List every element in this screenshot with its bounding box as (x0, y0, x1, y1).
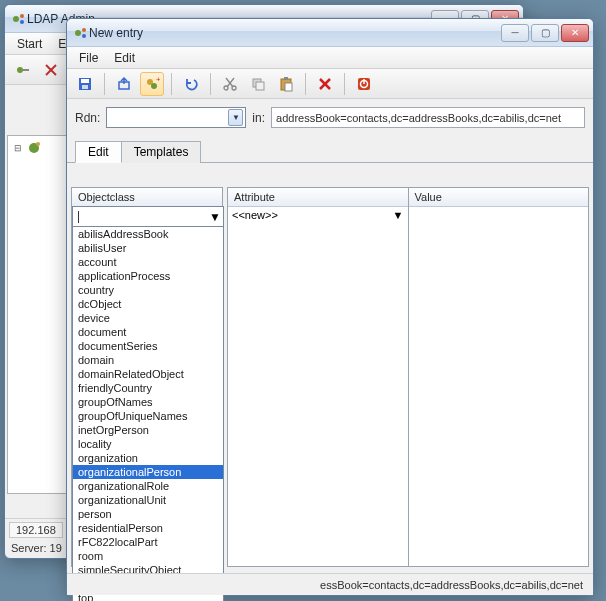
separator (104, 73, 105, 95)
objectclass-option[interactable]: friendlyCountry (73, 381, 223, 395)
objectclass-option[interactable]: inetOrgPerson (73, 423, 223, 437)
objectclass-dropdown[interactable]: abilisAddressBookabilisUseraccountapplic… (73, 227, 223, 601)
svg-point-1 (20, 14, 24, 18)
status-ip: 192.168 (9, 522, 63, 538)
minimize-button[interactable]: ─ (501, 24, 529, 42)
separator (305, 73, 306, 95)
tab-edit[interactable]: Edit (75, 141, 122, 163)
dialog-title: New entry (89, 26, 501, 40)
svg-rect-4 (23, 69, 29, 71)
expand-icon[interactable]: ⊟ (14, 143, 22, 153)
objectclass-option[interactable]: person (73, 507, 223, 521)
cut-button[interactable] (218, 72, 242, 96)
objectclass-option[interactable]: applicationProcess (73, 269, 223, 283)
separator (210, 73, 211, 95)
server-icon (26, 140, 42, 156)
disconnect-button[interactable] (39, 58, 63, 82)
objectclass-combo[interactable]: ▼ abilisAddressBookabilisUseraccountappl… (72, 206, 224, 601)
rdn-combo[interactable]: ▼ (106, 107, 246, 128)
stop-button[interactable] (352, 72, 376, 96)
undo-button[interactable] (179, 72, 203, 96)
dropdown-arrow-icon[interactable]: ▼ (209, 210, 221, 224)
menu-edit[interactable]: Edit (106, 49, 143, 67)
svg-point-11 (82, 34, 86, 38)
objectclass-option[interactable]: room (73, 549, 223, 563)
new-attribute-row[interactable]: <<new>> ▼ (228, 207, 408, 223)
objectclass-option[interactable]: groupOfNames (73, 395, 223, 409)
objectclass-option[interactable]: country (73, 283, 223, 297)
objectclass-column: Objectclass ▼ abilisAddressBookabilisUse… (71, 187, 223, 567)
export-button[interactable] (112, 72, 136, 96)
rdn-label: Rdn: (75, 111, 100, 125)
menu-start[interactable]: Start (9, 35, 50, 53)
objectclass-option[interactable]: document (73, 325, 223, 339)
svg-point-2 (20, 20, 24, 24)
new-attribute-label: <<new>> (232, 209, 278, 221)
new-entry-button[interactable]: + (140, 72, 164, 96)
objectclass-option[interactable]: dcObject (73, 297, 223, 311)
separator (344, 73, 345, 95)
svg-point-3 (17, 67, 23, 73)
objectclass-option[interactable]: domain (73, 353, 223, 367)
objectclass-option[interactable]: residentialPerson (73, 521, 223, 535)
dialog-menubar: File Edit (67, 47, 593, 69)
objectclass-option[interactable]: locality (73, 437, 223, 451)
attribute-column: Attribute <<new>> ▼ (227, 187, 409, 567)
svg-rect-27 (285, 83, 292, 91)
dropdown-arrow-icon[interactable]: ▼ (393, 209, 404, 221)
in-field[interactable]: addressBook=contacts,dc=addressBooks,dc=… (271, 107, 585, 128)
objectclass-option[interactable]: rFC822localPart (73, 535, 223, 549)
copy-button[interactable] (246, 72, 270, 96)
objectclass-option[interactable]: groupOfUniqueNames (73, 409, 223, 423)
svg-rect-13 (81, 79, 89, 83)
objectclass-input[interactable]: ▼ (73, 207, 223, 227)
objectclass-option[interactable]: organizationalRole (73, 479, 223, 493)
delete-button[interactable] (313, 72, 337, 96)
rdn-row: Rdn: ▼ in: addressBook=contacts,dc=addre… (67, 99, 593, 136)
svg-point-10 (82, 28, 86, 32)
svg-point-9 (75, 30, 81, 36)
dialog-statusbar: essBook=contacts,dc=addressBooks,dc=abil… (67, 573, 593, 595)
tab-templates[interactable]: Templates (121, 141, 202, 163)
svg-point-8 (36, 142, 40, 146)
value-column: Value (408, 187, 590, 567)
edit-panel: Objectclass ▼ abilisAddressBookabilisUse… (67, 183, 593, 571)
close-button[interactable]: ✕ (561, 24, 589, 42)
svg-text:+: + (156, 76, 160, 84)
in-label: in: (252, 111, 265, 125)
value-header: Value (409, 188, 589, 207)
svg-rect-14 (82, 85, 88, 89)
save-button[interactable] (73, 72, 97, 96)
paste-button[interactable] (274, 72, 298, 96)
new-entry-window: New entry ─ ▢ ✕ File Edit + Rdn: ▼ in: a… (66, 18, 594, 596)
attribute-header: Attribute (228, 188, 408, 207)
objectclass-option[interactable]: organizationalUnit (73, 493, 223, 507)
svg-rect-24 (256, 82, 264, 90)
tabs: Edit Templates (67, 136, 593, 163)
app-icon (11, 11, 27, 27)
svg-rect-26 (284, 77, 288, 80)
objectclass-option[interactable]: organizationalPerson (73, 465, 223, 479)
objectclass-option[interactable]: domainRelatedObject (73, 367, 223, 381)
status-path: essBook=contacts,dc=addressBooks,dc=abil… (71, 579, 589, 591)
separator (171, 73, 172, 95)
connect-button[interactable] (11, 58, 35, 82)
objectclass-option[interactable]: documentSeries (73, 339, 223, 353)
app-icon (73, 25, 89, 41)
maximize-button[interactable]: ▢ (531, 24, 559, 42)
objectclass-option[interactable]: organization (73, 451, 223, 465)
objectclass-option[interactable]: abilisUser (73, 241, 223, 255)
objectclass-option[interactable]: abilisAddressBook (73, 227, 223, 241)
objectclass-header: Objectclass (72, 188, 222, 207)
text-caret (78, 211, 79, 223)
dropdown-arrow-icon[interactable]: ▼ (228, 109, 243, 126)
svg-point-0 (13, 16, 19, 22)
dialog-toolbar: + (67, 69, 593, 99)
objectclass-option[interactable]: account (73, 255, 223, 269)
menu-file[interactable]: File (71, 49, 106, 67)
objectclass-option[interactable]: device (73, 311, 223, 325)
dialog-titlebar[interactable]: New entry ─ ▢ ✕ (67, 19, 593, 47)
